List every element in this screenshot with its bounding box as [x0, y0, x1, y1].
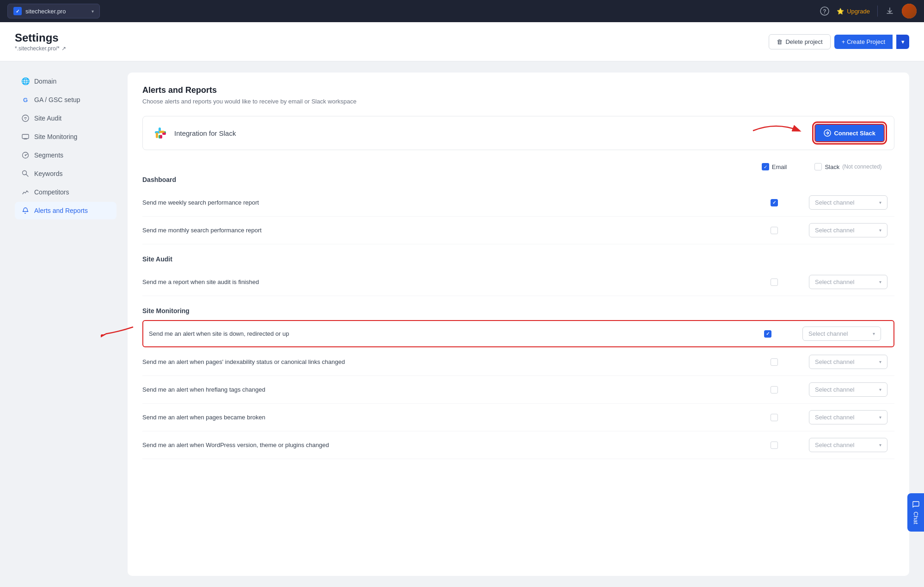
slack-label: Integration for Slack: [174, 129, 236, 137]
upgrade-button[interactable]: ⭐ Upgrade: [837, 8, 870, 15]
email-checkbox[interactable]: [771, 227, 778, 234]
chevron-down-icon: ▾: [879, 279, 881, 284]
row-slack-select: Select channel ▾: [802, 195, 894, 210]
col-header-email: Email: [747, 163, 802, 170]
slack-integration-card: Integration for Slack: [142, 116, 894, 150]
svg-point-6: [25, 155, 26, 156]
red-arrow-right: [748, 117, 804, 145]
select-channel-dropdown[interactable]: Select channel ▾: [809, 355, 887, 369]
nav-divider: [877, 6, 878, 17]
select-channel-text: Select channel: [808, 330, 869, 337]
row-slack-select: Select channel ▾: [802, 223, 894, 237]
download-icon[interactable]: [885, 6, 894, 16]
email-checkbox[interactable]: [771, 199, 778, 206]
sidebar-item-site-audit[interactable]: Site Audit: [15, 109, 116, 127]
create-project-button[interactable]: + Create Project: [834, 35, 893, 49]
chat-button[interactable]: Chat: [907, 493, 924, 532]
select-channel-dropdown[interactable]: Select channel ▾: [809, 195, 887, 210]
row-email-checkbox: [740, 330, 795, 338]
row-email-checkbox: [747, 386, 802, 393]
not-connected-label: (Not connected): [842, 163, 881, 170]
chevron-down-icon: ▾: [873, 331, 875, 336]
sidebar-item-label: Site Monitoring: [34, 133, 77, 140]
chevron-down-icon: ▾: [879, 442, 881, 448]
table-row: Send me monthly search performance repor…: [142, 217, 894, 244]
email-checkbox[interactable]: [771, 442, 778, 449]
email-checkbox[interactable]: [771, 358, 778, 366]
segments-icon: [21, 151, 30, 159]
svg-rect-4: [22, 134, 29, 139]
highlighted-row-wrapper: Send me an alert when site is down, redi…: [142, 320, 894, 348]
row-label: Send me monthly search performance repor…: [142, 227, 747, 234]
row-slack-select: Select channel ▾: [795, 327, 888, 341]
select-channel-dropdown[interactable]: Select channel ▾: [809, 410, 887, 424]
site-selector[interactable]: ✓ sitechecker.pro ▾: [7, 4, 100, 18]
select-channel-text: Select channel: [815, 278, 875, 285]
chevron-down-icon: ▾: [92, 9, 94, 14]
arrow-connect-wrapper: Connect Slack: [814, 124, 885, 142]
sidebar-item-ga-gsc[interactable]: G GA / GSC setup: [15, 91, 116, 109]
email-checkbox[interactable]: [771, 278, 778, 286]
row-label: Send me an alert when site is down, redi…: [149, 330, 740, 337]
ga-icon: G: [21, 96, 30, 104]
sidebar-item-site-monitoring[interactable]: Site Monitoring: [15, 128, 116, 145]
email-checkbox[interactable]: [771, 414, 778, 421]
sidebar-item-label: Keywords: [34, 170, 62, 177]
chevron-down-icon: ▾: [879, 359, 881, 364]
nav-right: ? ⭐ Upgrade: [820, 4, 917, 18]
sidebar-item-competitors[interactable]: Competitors: [15, 183, 116, 201]
section-title: Alerts and Reports: [142, 85, 894, 95]
email-checkbox[interactable]: [771, 386, 778, 393]
row-email-checkbox: [747, 414, 802, 421]
sidebar-item-label: GA / GSC setup: [34, 96, 80, 103]
col-header-slack: Slack (Not connected): [802, 163, 894, 170]
create-project-dropdown-button[interactable]: ▾: [896, 35, 909, 49]
slack-header-checkbox: [814, 163, 822, 170]
select-channel-dropdown[interactable]: Select channel ▾: [809, 382, 887, 397]
email-checkbox[interactable]: [764, 330, 771, 338]
row-slack-select: Select channel ▾: [802, 275, 894, 289]
trash-icon: 🗑: [777, 38, 783, 45]
help-icon[interactable]: ?: [820, 6, 829, 16]
row-email-checkbox: [747, 227, 802, 234]
table-row: Send me weekly search performance report…: [142, 189, 894, 217]
row-email-checkbox: [747, 199, 802, 206]
avatar[interactable]: [902, 4, 917, 18]
section-dashboard-title: Dashboard: [142, 176, 894, 183]
content-panel: Alerts and Reports Choose alerts and rep…: [128, 73, 909, 576]
row-slack-select: Select channel ▾: [802, 355, 894, 369]
competitors-icon: [21, 188, 30, 196]
sidebar-item-alerts[interactable]: Alerts and Reports: [15, 202, 116, 219]
main-content: 🌐 Domain G GA / GSC setup Site: [0, 61, 924, 587]
row-label: Send me an alert when pages became broke…: [142, 414, 747, 421]
row-email-checkbox: [747, 358, 802, 366]
connect-slack-area: Connect Slack: [814, 124, 885, 142]
sidebar-item-segments[interactable]: Segments: [15, 146, 116, 164]
svg-text:?: ?: [823, 8, 826, 15]
sidebar-item-keywords[interactable]: Keywords: [15, 165, 116, 182]
audit-icon: [21, 114, 30, 122]
breadcrumb-text: *.sitechecker.pro/*: [15, 45, 60, 52]
select-channel-text: Select channel: [815, 227, 875, 234]
slack-card-left: Integration for Slack: [152, 125, 236, 141]
select-channel-dropdown[interactable]: Select channel ▾: [809, 275, 887, 289]
select-channel-dropdown[interactable]: Select channel ▾: [802, 327, 881, 341]
keywords-icon: [21, 169, 30, 178]
section-site-monitoring-title: Site Monitoring: [142, 307, 894, 315]
chat-icon: [912, 501, 919, 512]
page-title-area: Settings *.sitechecker.pro/* ↗: [15, 31, 66, 52]
select-channel-text: Select channel: [815, 414, 875, 421]
sidebar-nav: 🌐 Domain G GA / GSC setup Site: [15, 73, 116, 219]
sidebar-item-domain[interactable]: 🌐 Domain: [15, 73, 116, 90]
chevron-down-icon: ▾: [879, 415, 881, 420]
connect-slack-button[interactable]: Connect Slack: [814, 124, 885, 142]
select-channel-text: Select channel: [815, 199, 875, 206]
select-channel-dropdown[interactable]: Select channel ▾: [809, 438, 887, 452]
external-link-icon: ↗: [61, 45, 66, 52]
svg-rect-14: [162, 133, 166, 135]
delete-project-button[interactable]: 🗑 Delete project: [769, 34, 830, 49]
select-channel-dropdown[interactable]: Select channel ▾: [809, 223, 887, 237]
chevron-down-icon: ▾: [901, 38, 905, 45]
red-arrow-left: [101, 320, 138, 343]
chevron-down-icon: ▾: [879, 387, 881, 392]
